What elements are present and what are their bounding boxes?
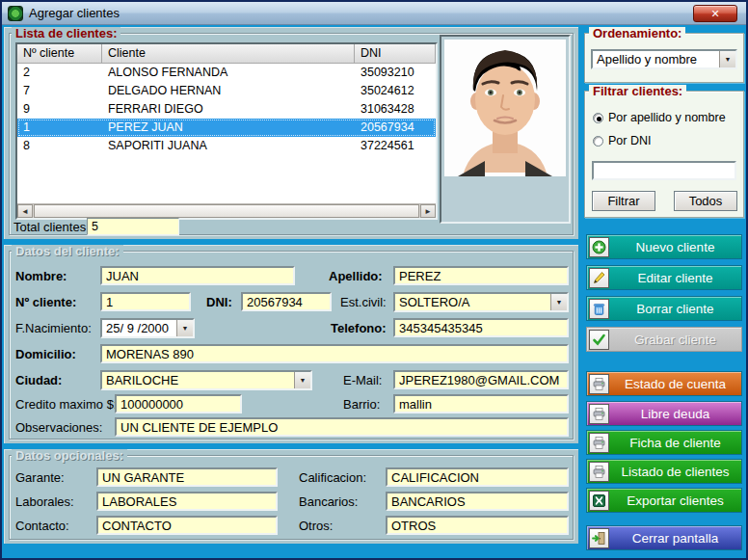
cell-num: 9 (17, 100, 102, 119)
est-civil-value: SOLTERO/A (395, 295, 550, 309)
radio-label: Por DNI (608, 134, 651, 147)
filter-title: Filtrar clientes: (589, 85, 686, 97)
domicilio-field[interactable] (100, 344, 569, 363)
button-label: Estado de cuenta (609, 377, 741, 391)
garante-label: Garante: (15, 470, 65, 485)
est-civil-combo[interactable]: SOLTERO/A ▼ (393, 292, 569, 312)
table-row-selected[interactable]: 1 PEREZ JUAN 20567934 (17, 119, 436, 137)
nombre-label: Nombre: (15, 269, 67, 283)
cell-name: FERRARI DIEGO (102, 100, 355, 119)
total-clients-label: Total clientes: (13, 220, 90, 234)
scroll-left-arrow-icon[interactable]: ◄ (17, 204, 33, 218)
chevron-down-icon[interactable]: ▼ (550, 294, 567, 310)
printer-icon (589, 404, 609, 424)
excel-icon (589, 491, 609, 511)
nombre-field[interactable] (100, 266, 295, 285)
client-list-button[interactable]: Listado de clientes (586, 459, 742, 484)
contacto-field[interactable] (96, 516, 278, 535)
ordering-value: Apellido y nombre (593, 52, 719, 67)
laborales-label: Laborales: (15, 494, 74, 509)
optional-data-title: Datos opcionales: (12, 449, 127, 462)
table-row[interactable]: 9 FERRARI DIEGO 31063428 (17, 100, 436, 119)
window-title: Agregar clientes (29, 6, 120, 20)
calificacion-field[interactable] (386, 467, 569, 487)
domicilio-label: Domicilio: (15, 347, 76, 361)
cell-dni: 20567934 (355, 119, 436, 137)
horizontal-scrollbar[interactable]: ◄ ► (17, 203, 436, 218)
filter-group: Filtrar clientes: Por apellido y nombre … (584, 91, 744, 218)
save-client-button[interactable]: Grabar cliente (586, 327, 742, 352)
button-label: Listado de clientes (609, 465, 741, 479)
close-icon: ✕ (710, 8, 719, 20)
ciudad-combo[interactable]: BARILOCHE ▼ (100, 370, 312, 390)
button-label: Editar cliente (609, 271, 741, 285)
agregar-clientes-window: Agregar clientes ✕ Lista de clientes: Nº… (0, 0, 748, 560)
ordering-combo[interactable]: Apellido y nombre ▼ (591, 49, 737, 69)
nro-cliente-field[interactable] (100, 292, 191, 311)
client-card-button[interactable]: Ficha de cliente (586, 430, 742, 455)
close-screen-button[interactable]: Cerrar pantalla (586, 525, 742, 550)
chevron-down-icon[interactable]: ▼ (294, 372, 310, 388)
client-list-panel: Lista de clientes: Nº cliente Cliente DN… (4, 27, 578, 239)
credito-field[interactable] (115, 394, 242, 413)
optional-data-panel: Datos opcionales: Garante: Calificacion:… (4, 449, 578, 544)
client-data-title: Datos del cliente: (12, 245, 123, 257)
barrio-field[interactable] (393, 394, 569, 413)
chevron-down-icon[interactable]: ▼ (719, 51, 735, 67)
radio-label: Por apellido y nombre (608, 111, 726, 124)
delete-client-button[interactable]: Borrar cliente (586, 296, 742, 321)
close-button[interactable]: ✕ (693, 5, 737, 22)
door-icon (589, 528, 609, 548)
button-label: Nuevo cliente (609, 240, 741, 254)
new-client-button[interactable]: Nuevo cliente (586, 234, 742, 259)
export-clients-button[interactable]: Exportar clientes (586, 488, 742, 513)
button-label: Exportar clientes (609, 493, 741, 508)
f-nacimiento-label: F.Nacimiento: (15, 321, 92, 335)
title-bar[interactable]: Agregar clientes ✕ (2, 2, 746, 25)
filtrar-button[interactable]: Filtrar (592, 191, 655, 211)
column-header-dni[interactable]: DNI (355, 44, 436, 64)
scroll-right-arrow-icon[interactable]: ► (420, 204, 436, 218)
printer-icon (589, 433, 609, 453)
cell-num: 7 (17, 82, 102, 100)
radio-por-apellido[interactable]: Por apellido y nombre (593, 111, 726, 124)
table-row[interactable]: 2 ALONSO FERNANDA 35093210 (17, 64, 436, 82)
f-nacimiento-datepicker[interactable]: 25/ 9 /2000 ▼ (100, 318, 195, 338)
cell-dni: 35093210 (355, 64, 436, 82)
table-row[interactable]: 7 DELGADO HERNAN 35024612 (17, 82, 436, 100)
column-header-name[interactable]: Cliente (102, 44, 355, 64)
radio-por-dni[interactable]: Por DNI (593, 134, 651, 147)
calificacion-label: Calificacion: (299, 470, 366, 485)
nro-cliente-label: Nº cliente: (15, 295, 76, 309)
filter-input[interactable] (592, 161, 736, 180)
cell-dni: 37224561 (355, 137, 436, 155)
client-photo-frame (440, 35, 571, 224)
app-icon (8, 6, 23, 21)
bancarios-field[interactable] (386, 492, 569, 511)
telefono-field[interactable] (393, 318, 569, 337)
apellido-field[interactable] (393, 266, 569, 285)
check-icon (589, 330, 609, 350)
scrollbar-thumb[interactable] (34, 204, 419, 218)
email-field[interactable] (393, 370, 569, 389)
otros-label: Otros: (299, 519, 333, 533)
laborales-field[interactable] (96, 492, 278, 511)
button-label: Cerrar pantalla (609, 531, 741, 546)
bancarios-label: Bancarios: (299, 494, 358, 509)
dni-field[interactable] (241, 292, 332, 311)
button-label: Grabar cliente (609, 333, 741, 347)
button-label: Libre deuda (609, 407, 741, 421)
radio-selected-icon (593, 113, 603, 123)
table-row[interactable]: 8 SAPORITI JUANA 37224561 (17, 137, 436, 155)
debt-free-button[interactable]: Libre deuda (586, 401, 742, 426)
edit-client-button[interactable]: Editar cliente (586, 265, 742, 290)
contacto-label: Contacto: (15, 519, 69, 533)
chevron-down-icon[interactable]: ▼ (176, 320, 193, 336)
otros-field[interactable] (386, 516, 569, 535)
account-status-button[interactable]: Estado de cuenta (586, 371, 742, 396)
observaciones-field[interactable] (115, 417, 569, 437)
garante-field[interactable] (96, 467, 278, 487)
column-header-num[interactable]: Nº cliente (17, 44, 102, 64)
todos-button[interactable]: Todos (674, 191, 737, 211)
ciudad-value: BARILOCHE (102, 373, 294, 387)
